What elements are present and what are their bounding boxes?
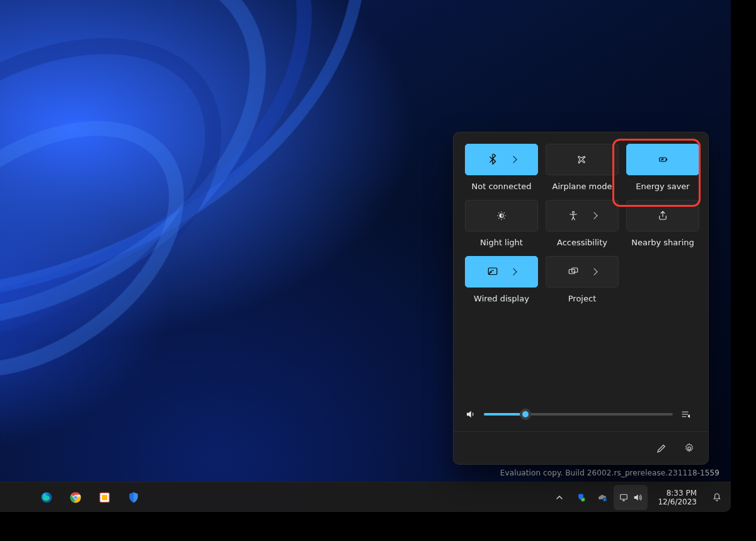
tile-label: Not connected — [472, 182, 532, 191]
chevron-right-icon — [590, 268, 597, 275]
bell-icon — [712, 492, 722, 503]
volume-low-icon — [465, 409, 476, 420]
notifications-button[interactable] — [707, 485, 727, 510]
clock-time: 8:33 PM — [658, 489, 697, 497]
volume-icon — [633, 492, 643, 503]
tile-label: Airplane mode — [553, 182, 612, 191]
tile-nearby-sharing: Nearby sharing — [626, 200, 699, 247]
cast-icon — [487, 266, 498, 277]
airplane-icon — [576, 154, 588, 165]
taskbar-app-snip[interactable] — [92, 485, 117, 510]
chrome-icon — [69, 491, 82, 504]
bluetooth-icon — [487, 154, 498, 165]
system-tray-quick-settings[interactable] — [614, 485, 648, 510]
tile-button-energy-saver[interactable] — [626, 144, 699, 175]
shield-icon — [127, 491, 140, 504]
taskbar: i 8:33 PM 12/6/2023 — [0, 482, 731, 512]
tile-label: Accessibility — [557, 238, 607, 247]
edge-icon — [40, 491, 53, 504]
quick-settings-flyout: Not connected Airplane mode Ener — [453, 132, 709, 465]
tile-label: Night light — [480, 238, 523, 247]
volume-slider[interactable] — [484, 413, 673, 416]
snip-icon — [98, 491, 111, 504]
night-light-icon — [496, 210, 507, 221]
tile-bluetooth: Not connected — [465, 144, 538, 191]
pencil-icon — [656, 443, 667, 454]
tile-wired-display: Wired display — [465, 256, 538, 303]
tile-night-light: Night light — [465, 200, 538, 247]
svg-rect-13 — [667, 159, 668, 161]
svg-rect-12 — [660, 158, 667, 161]
energy-saver-icon — [657, 154, 668, 165]
tile-button-wired-display[interactable] — [465, 256, 538, 288]
audio-output-icon[interactable] — [680, 409, 692, 420]
svg-point-4 — [74, 496, 77, 499]
tile-button-night-light[interactable] — [465, 200, 538, 231]
taskbar-clock[interactable]: 8:33 PM 12/6/2023 — [649, 485, 706, 510]
chevron-up-icon — [554, 492, 564, 503]
chevron-right-icon — [510, 156, 517, 163]
volume-slider-thumb[interactable] — [520, 409, 531, 420]
svg-text:i: i — [605, 497, 605, 501]
tile-project: Project — [546, 256, 619, 303]
tray-security-icon[interactable] — [571, 485, 591, 510]
build-watermark: Evaluation copy. Build 26002.rs_prerelea… — [500, 468, 719, 478]
taskbar-app-security[interactable] — [121, 485, 146, 510]
svg-rect-11 — [621, 494, 627, 499]
share-icon — [657, 210, 668, 221]
tile-button-bluetooth[interactable] — [465, 144, 538, 175]
edit-quick-settings-button[interactable] — [649, 437, 674, 460]
accessibility-icon — [568, 210, 579, 221]
tile-label: Energy saver — [636, 182, 689, 191]
chevron-right-icon — [510, 268, 517, 275]
chevron-right-icon — [590, 212, 597, 219]
svg-rect-7 — [102, 494, 107, 499]
svg-point-15 — [573, 211, 575, 213]
tile-button-accessibility[interactable] — [546, 200, 619, 231]
tile-airplane-mode: Airplane mode — [546, 144, 619, 191]
tile-label: Project — [568, 294, 596, 303]
cloud-icon: i — [597, 492, 607, 503]
taskbar-app-start[interactable] — [5, 485, 30, 510]
taskbar-app-chrome[interactable] — [63, 485, 88, 510]
watermark-line: Evaluation copy. Build 26002.rs_prerelea… — [500, 468, 719, 478]
tile-label: Wired display — [474, 294, 529, 303]
tile-button-nearby-sharing[interactable] — [626, 200, 699, 231]
tile-button-project[interactable] — [546, 256, 619, 288]
tile-accessibility: Accessibility — [546, 200, 619, 247]
tray-overflow-button[interactable] — [549, 485, 570, 510]
project-icon — [568, 266, 579, 277]
shield-check-icon — [576, 492, 586, 503]
tile-energy-saver: Energy saver — [626, 144, 699, 191]
svg-point-19 — [688, 446, 691, 450]
gear-icon — [684, 443, 695, 454]
monitor-network-icon — [619, 492, 629, 503]
taskbar-app-edge[interactable] — [34, 485, 59, 510]
all-settings-button[interactable] — [677, 437, 702, 460]
tile-button-airplane-mode[interactable] — [546, 144, 619, 175]
tray-onedrive-icon[interactable]: i — [592, 485, 612, 510]
tile-label: Nearby sharing — [631, 238, 694, 247]
clock-date: 12/6/2023 — [658, 497, 697, 506]
